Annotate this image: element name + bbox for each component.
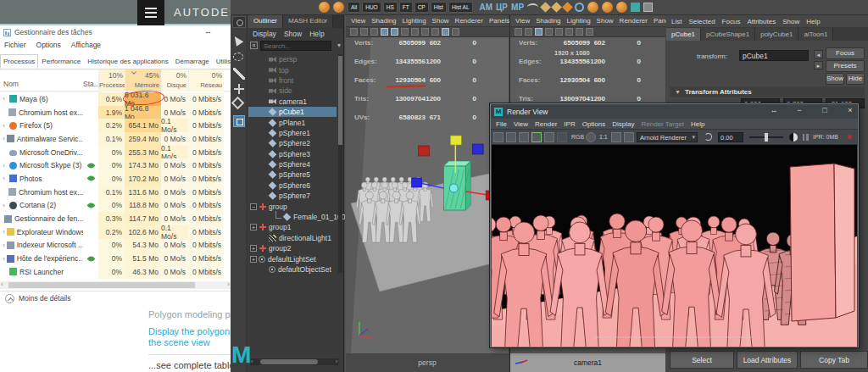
sphere-icon[interactable]: [319, 2, 330, 13]
outliner-item[interactable]: side: [248, 86, 337, 96]
table-row[interactable]: ›Antimalware Servic... 0.1% 259.4 Mo 0 M…: [0, 132, 231, 146]
outliner-item[interactable]: Female_01_100k:Group: [248, 212, 337, 222]
outliner-item[interactable]: pPlane1: [248, 117, 337, 127]
table-row[interactable]: ›Photos 0% 170.2 Mo 0 Mo/s 0 Mbits/s: [0, 172, 231, 186]
outliner-item[interactable]: pCube1: [248, 107, 337, 117]
panel-tab[interactable]: Outliner: [248, 15, 283, 28]
column-header[interactable]: 0%Disque: [161, 69, 188, 92]
toolbar-icon[interactable]: [576, 28, 583, 36]
menu-item[interactable]: Affichage: [71, 41, 101, 49]
expander-icon[interactable]: [260, 235, 267, 242]
shelf-button[interactable]: CP: [415, 2, 429, 13]
menu-item[interactable]: IPR: [564, 120, 575, 128]
menu-item[interactable]: Renderer: [455, 17, 483, 25]
ratio-label[interactable]: 1:1: [599, 134, 608, 140]
ring-icon[interactable]: [575, 3, 584, 12]
arrow-right-icon[interactable]: ▸: [814, 61, 823, 69]
display-gamma-icon[interactable]: [789, 133, 798, 142]
expander-icon[interactable]: [260, 98, 267, 105]
shelf-script-icon[interactable]: ЦP: [496, 3, 508, 12]
close-icon[interactable]: ×: [844, 106, 856, 114]
shelf-button[interactable]: HUO: [362, 2, 381, 13]
object-mode-icon[interactable]: [232, 16, 246, 28]
resize-arrows-icon[interactable]: ↔: [204, 27, 212, 36]
toolbar-icon[interactable]: [401, 28, 409, 36]
expander-icon[interactable]: [260, 171, 267, 178]
menu-item[interactable]: Help: [691, 120, 704, 128]
expander-icon[interactable]: [260, 119, 267, 126]
shelf-button[interactable]: HS: [383, 2, 398, 13]
presets-button[interactable]: Presets: [826, 60, 865, 72]
expander-icon[interactable]: [260, 182, 267, 189]
curve-icon[interactable]: [527, 3, 538, 11]
outliner-item[interactable]: + defaultLightSet: [248, 253, 337, 264]
toolbar-icon[interactable]: [545, 28, 553, 36]
expander-icon[interactable]: [260, 67, 267, 74]
shelf-script-icon[interactable]: AM: [480, 3, 493, 12]
shelf-script-icon[interactable]: MP: [511, 3, 524, 12]
column-header[interactable]: 0%Réseau: [188, 69, 224, 92]
minimize-icon[interactable]: −: [793, 106, 805, 114]
filter-icon[interactable]: [250, 42, 258, 49]
copy-tab-button[interactable]: Copy Tab: [800, 351, 868, 369]
outliner-item[interactable]: pSphere7: [248, 191, 337, 201]
table-row[interactable]: ›Maya (6) 0.5% 6 031.6 Mo 0 Mo/s 0 Mbits…: [0, 92, 231, 106]
menu-item[interactable]: Display: [253, 30, 276, 38]
toolbar-icon[interactable]: [565, 28, 573, 36]
vertical-scrollbar[interactable]: [338, 54, 342, 273]
select-button[interactable]: Select: [670, 351, 734, 369]
sphere-icon[interactable]: [333, 2, 344, 13]
outliner-item[interactable]: persp: [248, 54, 337, 64]
less-details-button[interactable]: Moins de détails: [0, 291, 231, 305]
tab[interactable]: Démarrage: [172, 54, 213, 69]
outliner-item[interactable]: pSphere5: [248, 169, 337, 180]
outliner-item[interactable]: pSphere3: [248, 149, 337, 159]
cube-icon[interactable]: [631, 3, 640, 12]
renderer-dropdown[interactable]: Arnold Renderer▾: [637, 132, 698, 142]
hide-button[interactable]: Hide: [846, 73, 865, 85]
focus-button[interactable]: Focus: [826, 47, 865, 59]
toolbar-icon[interactable]: [586, 28, 593, 36]
outliner-item[interactable]: camera1: [248, 97, 337, 107]
menu-item[interactable]: Lighting: [403, 17, 426, 25]
toolbar-icon[interactable]: [535, 28, 542, 36]
menu-item[interactable]: Selected: [688, 18, 715, 25]
keep-image-icon[interactable]: [611, 132, 621, 142]
menu-item[interactable]: Show: [284, 30, 302, 38]
shelf-button[interactable]: Hist AL: [448, 2, 473, 13]
expander-icon[interactable]: [260, 77, 267, 84]
menu-item[interactable]: Shading: [371, 17, 396, 25]
tab[interactable]: Processus: [0, 54, 38, 69]
expander-icon[interactable]: [260, 87, 267, 94]
menu-item[interactable]: Help: [309, 30, 324, 38]
expander-icon[interactable]: [260, 151, 267, 158]
expander-icon[interactable]: [260, 140, 267, 147]
render-icon[interactable]: [493, 132, 504, 142]
grid-icon[interactable]: [643, 3, 653, 12]
toolbar-icon[interactable]: [411, 28, 419, 36]
scale-tool-icon[interactable]: [231, 97, 245, 110]
resize-arrows-icon[interactable]: ↔: [768, 106, 780, 114]
remove-image-icon[interactable]: [624, 132, 634, 142]
menu-item[interactable]: Focus: [722, 18, 741, 25]
table-row[interactable]: ›Hôte de l'expérienc... 0% 51.5 Mo 0 Mo/…: [0, 252, 231, 265]
search-input[interactable]: [260, 41, 331, 51]
toolbar-icon[interactable]: [360, 28, 368, 36]
exposure-field[interactable]: [718, 132, 743, 142]
menu-item[interactable]: Attributes: [747, 18, 776, 25]
menu-item[interactable]: Renderer: [620, 17, 648, 25]
snapshot-icon[interactable]: [519, 132, 529, 142]
toolbar-icon[interactable]: [525, 28, 532, 36]
tab[interactable]: Performance: [38, 54, 84, 69]
table-row[interactable]: ›Explorateur Windows 0.2% 102.6 Mo 0.1 M…: [0, 225, 231, 239]
sphere-icon[interactable]: [587, 2, 598, 13]
table-row[interactable]: ›Cortana (2) 0% 118.8 Mo 0 Mo/s 0 Mbits/…: [0, 199, 231, 213]
menu-item[interactable]: Show: [782, 18, 799, 25]
show-button[interactable]: Show: [826, 73, 844, 85]
menu-item[interactable]: Show: [597, 17, 614, 25]
shelf-button[interactable]: All: [348, 2, 360, 13]
column-header-status[interactable]: Sta...: [83, 80, 100, 88]
outliner-item[interactable]: + group1: [248, 222, 337, 232]
viewport-3d-scene[interactable]: [346, 37, 509, 353]
pause-ipr-icon[interactable]: [557, 132, 567, 142]
